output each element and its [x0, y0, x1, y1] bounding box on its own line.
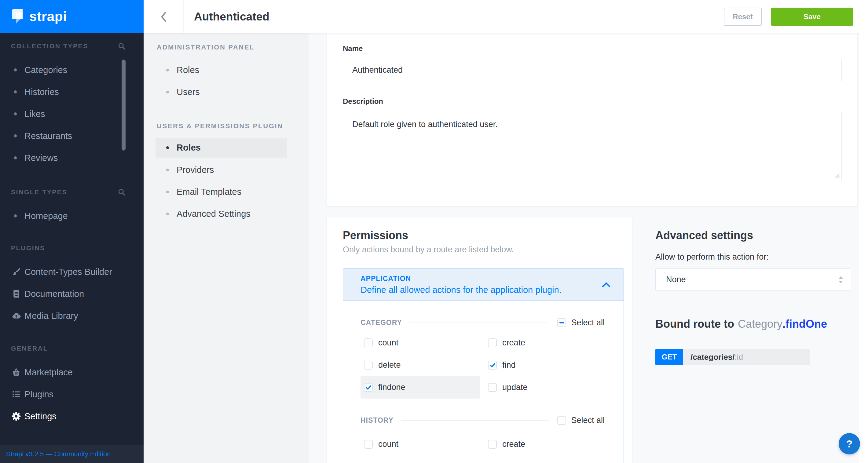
- checkbox[interactable]: [364, 338, 373, 347]
- plugin-description: Define all allowed actions for the appli…: [361, 285, 562, 295]
- resize-grip-icon[interactable]: [834, 172, 840, 179]
- name-input[interactable]: [343, 59, 842, 81]
- bullet-icon: [14, 112, 17, 115]
- subnav-item-admin-users[interactable]: Users: [144, 81, 309, 103]
- action-scope-select[interactable]: None: [655, 268, 851, 291]
- checkbox[interactable]: [488, 383, 497, 392]
- permission-count[interactable]: count: [361, 332, 480, 354]
- name-label: Name: [343, 44, 842, 53]
- description-label: Description: [343, 97, 842, 106]
- sidebar-item-label: Settings: [25, 411, 57, 422]
- permission-find[interactable]: find: [485, 354, 604, 376]
- permission-history-create[interactable]: create: [485, 433, 604, 455]
- checkbox[interactable]: [364, 383, 373, 392]
- main-area: Authenticated Reset Save ADMINISTRATION …: [144, 0, 868, 463]
- permission-label: update: [502, 383, 528, 392]
- subnav-header-administration-panel: ADMINISTRATION PANEL: [144, 41, 309, 54]
- category-actions-grid: count create delete: [361, 332, 604, 399]
- permission-delete[interactable]: delete: [361, 354, 480, 376]
- select-all-label: Select all: [571, 416, 604, 425]
- section-label: COLLECTION TYPES: [11, 42, 88, 50]
- advanced-settings-title: Advanced settings: [655, 229, 857, 242]
- bullet-icon: [166, 69, 169, 71]
- sidebar-item-label: Documentation: [25, 289, 84, 299]
- group-name: CATEGORY: [361, 319, 402, 327]
- page-scrollbar-track[interactable]: [859, 33, 868, 463]
- main-sidebar: strapi COLLECTION TYPES Categories Histo…: [0, 0, 144, 463]
- category-select-all[interactable]: Select all: [557, 318, 604, 327]
- bound-controller: Category: [738, 318, 782, 330]
- search-icon[interactable]: [118, 188, 126, 196]
- sidebar-item-homepage[interactable]: Homepage: [0, 205, 144, 227]
- select-all-label: Select all: [571, 318, 604, 327]
- back-button[interactable]: [144, 0, 184, 33]
- section-header-collection-types: COLLECTION TYPES: [0, 39, 144, 53]
- select-all-checkbox[interactable]: [557, 416, 566, 425]
- description-textarea[interactable]: Default role given to authenticated user…: [343, 112, 842, 181]
- checkbox[interactable]: [488, 440, 497, 449]
- sidebar-item-label: Plugins: [25, 389, 54, 399]
- application-accordion-body: CATEGORY Select all: [343, 301, 624, 463]
- subnav-item-providers[interactable]: Providers: [144, 159, 309, 181]
- save-button[interactable]: Save: [771, 8, 853, 26]
- section-header-general: GENERAL: [0, 342, 144, 355]
- sidebar-item-marketplace[interactable]: Marketplace: [0, 361, 144, 383]
- permission-update[interactable]: update: [485, 376, 604, 399]
- plugin-name: APPLICATION: [361, 274, 562, 283]
- sidebar-item-label: Histories: [25, 87, 59, 97]
- select-arrows-icon: [839, 276, 843, 284]
- logo-text: strapi: [29, 9, 67, 24]
- subnav-header-users-permissions-plugin: USERS & PERMISSIONS PLUGIN: [144, 120, 309, 133]
- subnav-item-admin-roles[interactable]: Roles: [144, 59, 309, 81]
- checkbox[interactable]: [364, 361, 373, 369]
- subnav-item-label: Advanced Settings: [177, 209, 251, 219]
- subnav-item-label: Providers: [177, 165, 214, 175]
- sidebar-item-documentation[interactable]: Documentation: [0, 283, 144, 305]
- permission-history-count[interactable]: count: [361, 433, 480, 455]
- list-icon: [11, 389, 21, 399]
- subnav-item-up-roles[interactable]: Roles: [156, 138, 287, 158]
- bound-action-link[interactable]: .findOne: [782, 318, 827, 330]
- section-header-single-types: SINGLE TYPES: [0, 186, 144, 199]
- bullet-icon: [166, 91, 169, 94]
- section-label: GENERAL: [11, 345, 48, 352]
- http-method-badge: GET: [655, 349, 683, 365]
- checkbox[interactable]: [364, 440, 373, 449]
- permission-label: findone: [378, 383, 405, 392]
- permission-label: find: [502, 360, 516, 370]
- sidebar-item-reviews[interactable]: Reviews: [0, 147, 144, 169]
- permission-findone[interactable]: findone: [361, 376, 480, 399]
- sidebar-scrollbar-thumb[interactable]: [122, 60, 126, 151]
- sidebar-item-label: Homepage: [25, 211, 68, 221]
- application-accordion-header[interactable]: APPLICATION Define all allowed actions f…: [343, 268, 624, 301]
- history-select-all[interactable]: Select all: [557, 416, 604, 425]
- search-icon[interactable]: [118, 42, 126, 51]
- allow-action-label: Allow to perform this action for:: [655, 252, 857, 262]
- strapi-logo-link[interactable]: strapi: [0, 0, 144, 33]
- cloud-upload-icon: [11, 310, 21, 321]
- sidebar-item-settings[interactable]: Settings: [0, 405, 144, 427]
- role-details-card: Name Description Default role given to a…: [327, 33, 857, 206]
- checkbox[interactable]: [488, 338, 497, 347]
- subnav-item-advanced-settings[interactable]: Advanced Settings: [144, 203, 309, 225]
- sidebar-item-media-library[interactable]: Media Library: [0, 305, 144, 327]
- book-icon: [11, 289, 21, 299]
- checkbox[interactable]: [488, 361, 497, 369]
- category-group-header: CATEGORY Select all: [361, 318, 604, 327]
- sidebar-item-content-types-builder[interactable]: Content-Types Builder: [0, 261, 144, 283]
- sidebar-item-label: Media Library: [25, 311, 78, 321]
- bound-route-heading: Bound route toCategory.findOne: [655, 318, 857, 330]
- sidebar-item-label: Likes: [25, 109, 45, 119]
- subnav-item-email-templates[interactable]: Email Templates: [144, 181, 309, 203]
- version-link[interactable]: Strapi v3.2.5 — Community Edition: [0, 445, 144, 463]
- permission-create[interactable]: create: [485, 332, 604, 354]
- chevron-up-icon: [601, 282, 611, 288]
- reset-button[interactable]: Reset: [724, 8, 762, 26]
- application-accordion: APPLICATION Define all allowed actions f…: [343, 268, 624, 463]
- select-all-checkbox[interactable]: [557, 318, 566, 327]
- role-edit-page: Name Description Default role given to a…: [309, 33, 868, 463]
- bound-route-prefix: Bound route to: [655, 318, 734, 330]
- help-button[interactable]: ?: [839, 433, 860, 455]
- sidebar-item-plugins[interactable]: Plugins: [0, 383, 144, 405]
- chevron-left-icon: [159, 11, 167, 23]
